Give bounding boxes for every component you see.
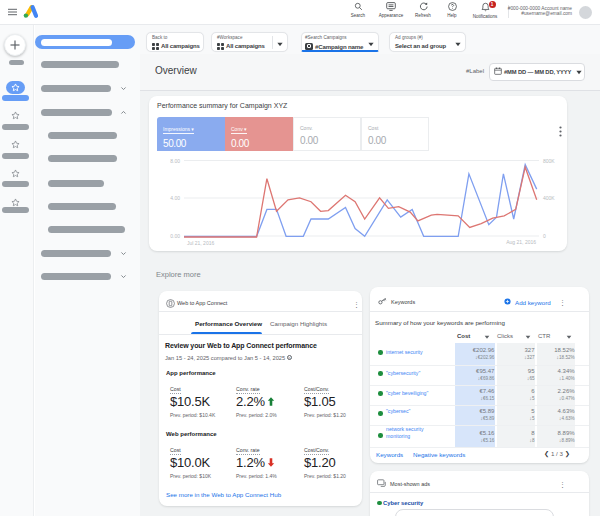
svg-text:400K: 400K [543, 195, 555, 201]
svg-text:4.00: 4.00 [170, 195, 180, 201]
svg-text:800K: 800K [543, 158, 555, 164]
svg-text:0: 0 [543, 233, 546, 239]
svg-text:0.00: 0.00 [170, 233, 180, 239]
svg-text:8.00: 8.00 [170, 158, 180, 164]
svg-text:Aug 21, 2016: Aug 21, 2016 [506, 239, 536, 245]
svg-text:Jul 21, 2016: Jul 21, 2016 [187, 240, 214, 246]
